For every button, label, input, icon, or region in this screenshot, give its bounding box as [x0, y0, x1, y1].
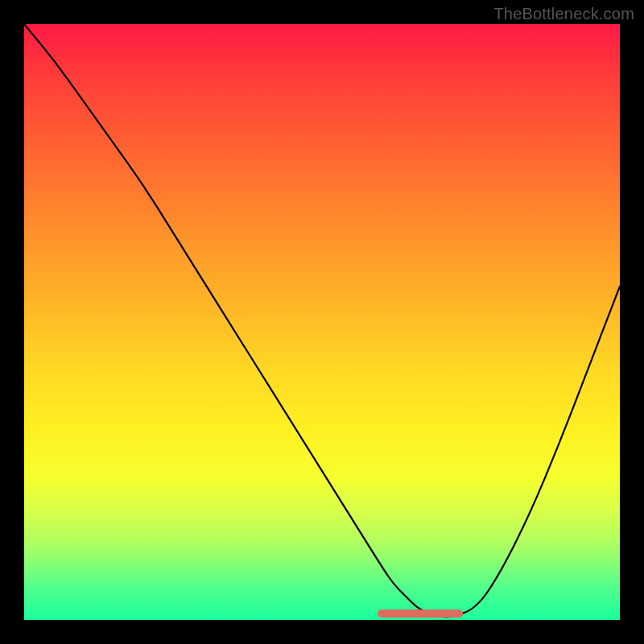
watermark-text: TheBottleneck.com	[493, 5, 634, 23]
bottleneck-curve	[24, 24, 620, 617]
plot-area	[24, 24, 620, 620]
curve-svg	[24, 24, 620, 620]
chart-frame: TheBottleneck.com	[0, 0, 644, 644]
